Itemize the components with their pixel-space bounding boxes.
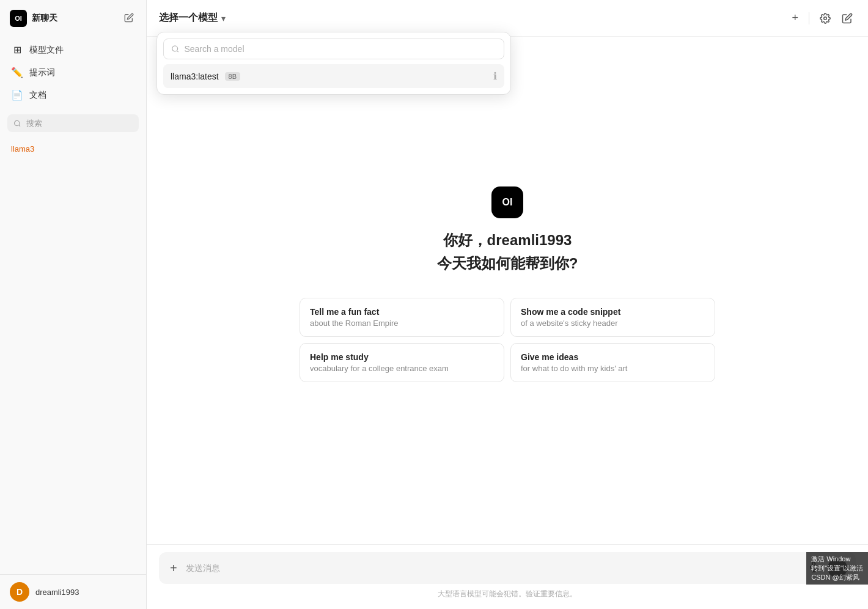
- search-input[interactable]: [26, 119, 133, 128]
- input-row: +: [159, 552, 856, 584]
- suggestion-card-0[interactable]: Tell me a fun fact about the Roman Empir…: [300, 298, 504, 337]
- suggestion-title-1: Show me a code snippet: [521, 307, 705, 317]
- docs-icon: 📄: [11, 89, 23, 101]
- dropdown-search[interactable]: [163, 39, 504, 59]
- svg-line-4: [177, 51, 178, 52]
- chat-history-item[interactable]: llama3: [2, 139, 144, 158]
- model-selector-title: 选择一个模型: [159, 12, 218, 24]
- model-selector[interactable]: 选择一个模型 ▾: [159, 12, 226, 24]
- attach-button[interactable]: +: [167, 560, 180, 577]
- header-actions: +: [789, 9, 856, 28]
- sidebar-item-prompts[interactable]: ✏️ 提示词: [5, 62, 141, 83]
- welcome-logo: OI: [491, 186, 523, 218]
- models-icon: ⊞: [11, 44, 23, 56]
- edit-chat-button[interactable]: [839, 10, 856, 27]
- sidebar-item-models-label: 模型文件: [29, 45, 64, 56]
- sidebar-nav: ⊞ 模型文件 ✏️ 提示词 📄 文档: [0, 34, 146, 112]
- user-name: dreamli1993: [35, 588, 79, 597]
- settings-button[interactable]: [817, 10, 834, 27]
- suggestion-sub-1: of a website's sticky header: [521, 319, 705, 328]
- welcome-text: 你好，dreamli1993 今天我如何能帮到你?: [437, 231, 578, 273]
- sidebar-footer: D dreamli1993: [0, 574, 146, 609]
- model-search-input[interactable]: [184, 44, 496, 54]
- suggestion-card-2[interactable]: Help me study vocabulary for a college e…: [300, 343, 504, 382]
- welcome-sub: 今天我如何能帮到你?: [437, 254, 578, 273]
- sidebar-item-docs[interactable]: 📄 文档: [5, 84, 141, 106]
- suggestion-card-3[interactable]: Give me ideas for what to do with my kid…: [510, 343, 715, 382]
- suggestion-title-2: Help me study: [310, 352, 494, 362]
- suggestion-title-0: Tell me a fun fact: [310, 307, 494, 317]
- watermark-line1: 激活 Window: [811, 555, 863, 564]
- footer-disclaimer: 大型语言模型可能会犯错。验证重要信息。: [159, 589, 856, 599]
- brand-title: 新聊天: [32, 13, 57, 24]
- input-area: + 大型语言模型可能会犯错。验证重要信息。: [147, 544, 868, 609]
- main-content: 选择一个模型 ▾ +: [147, 0, 868, 609]
- dropdown-search-icon: [171, 45, 179, 53]
- suggestion-title-3: Give me ideas: [521, 352, 705, 362]
- sidebar-item-models[interactable]: ⊞ 模型文件: [5, 39, 141, 61]
- svg-point-2: [824, 17, 827, 20]
- model-badge: 8B: [225, 72, 240, 81]
- search-icon: [13, 119, 21, 128]
- chat-area: OI 你好，dreamli1993 今天我如何能帮到你? Tell me a f…: [147, 37, 868, 544]
- welcome-greeting: 你好，dreamli1993: [437, 231, 578, 250]
- sidebar-item-docs-label: 文档: [29, 90, 46, 101]
- watermark: 激活 Window 转到"设置"以激活 CSDN @幻紫风: [806, 552, 868, 585]
- svg-point-0: [15, 120, 20, 125]
- sidebar-brand: OI 新聊天: [10, 10, 57, 27]
- add-button[interactable]: +: [789, 9, 801, 28]
- header-divider: [809, 12, 809, 24]
- sidebar-header: OI 新聊天: [0, 0, 146, 34]
- watermark-line3: CSDN @幻紫风: [811, 573, 863, 582]
- new-chat-button[interactable]: [122, 10, 136, 27]
- svg-line-1: [19, 125, 20, 126]
- sidebar-resize-handle[interactable]: [144, 0, 148, 609]
- model-info-icon[interactable]: ℹ: [493, 70, 497, 82]
- sidebar: OI 新聊天 ⊞ 模型文件 ✏️ 提示词 📄 文档 llama3: [0, 0, 147, 609]
- svg-point-3: [172, 46, 178, 51]
- brand-logo: OI: [10, 10, 27, 27]
- search-box[interactable]: [7, 114, 139, 132]
- sidebar-item-prompts-label: 提示词: [29, 67, 55, 78]
- model-option-name: llama3:latest: [171, 72, 219, 81]
- chevron-down-icon: ▾: [221, 13, 226, 23]
- watermark-line2: 转到"设置"以激活: [811, 564, 863, 573]
- model-option[interactable]: llama3:latest 8B ℹ: [163, 64, 504, 88]
- suggestion-sub-2: vocabulary for a college entrance exam: [310, 364, 494, 373]
- suggestions-grid: Tell me a fun fact about the Roman Empir…: [300, 298, 715, 382]
- user-avatar: D: [10, 582, 29, 602]
- message-input[interactable]: [186, 563, 800, 573]
- suggestion-card-1[interactable]: Show me a code snippet of a website's st…: [510, 298, 715, 337]
- model-dropdown: llama3:latest 8B ℹ: [156, 32, 511, 95]
- suggestion-sub-0: about the Roman Empire: [310, 319, 494, 328]
- suggestion-sub-3: for what to do with my kids' art: [521, 364, 705, 373]
- prompts-icon: ✏️: [11, 67, 23, 78]
- model-header: 选择一个模型 ▾ +: [147, 0, 868, 37]
